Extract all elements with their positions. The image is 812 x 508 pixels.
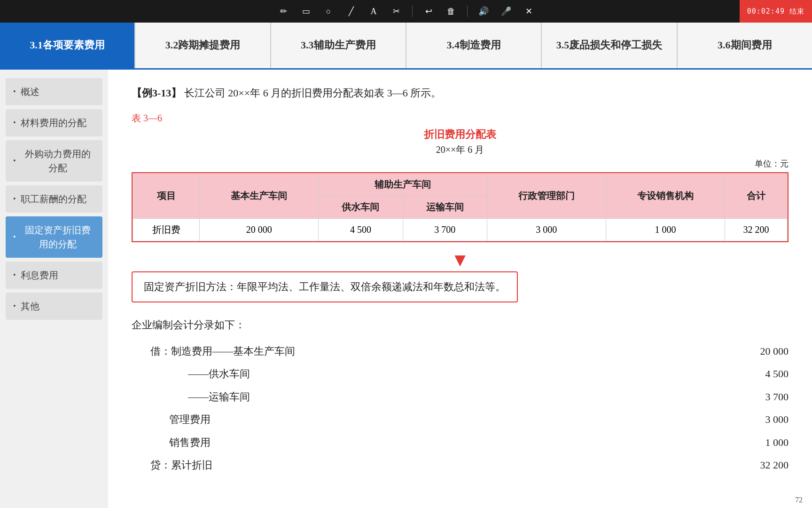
entry-amount-3: 3 700 [765, 386, 789, 408]
table-unit: 单位：元 [132, 158, 789, 169]
col-project: 项目 [133, 173, 200, 218]
entry-label-4: 管理费用 [169, 408, 211, 431]
journal-entry-1: 借：制造费用——基本生产车间 20 000 [132, 340, 789, 363]
cell-admin: 3 000 [487, 218, 606, 241]
cell-water: 4 500 [319, 218, 403, 241]
col-auxiliary: 辅助生产车间 [319, 173, 487, 196]
arrow-down-icon: ▼ [132, 251, 789, 270]
tab-33[interactable]: 3.3辅助生产费用 [271, 23, 406, 68]
bullet-icon: • [13, 86, 16, 97]
journal-section: 企业编制会计分录如下： 借：制造费用——基本生产车间 20 000 ——供水车间… [132, 314, 789, 477]
timer-text: 00:02:49 结束 [747, 7, 804, 16]
journal-entry-2: ——供水车间 4 500 [132, 363, 789, 385]
tab-35-label: 3.5废品损失和停工损失 [556, 38, 663, 53]
tab-36[interactable]: 3.6期间费用 [678, 23, 812, 68]
sidebar: • 概述 • 材料费用的分配 • 外购动力费用的分配 • 职工薪酬的分配 • 固… [0, 70, 108, 508]
toolbar: ✏ ▭ ○ ╱ A ✂ ↩ 🗑 🔊 🎤 ✕ 00:02:49 结束 [0, 0, 812, 23]
nav-tabs: 3.1各项要素费用 3.2跨期摊提费用 3.3辅助生产费用 3.4制造费用 3.… [0, 23, 812, 70]
bullet-icon4: • [13, 193, 16, 205]
journal-entry-5: 销售费用 1 000 [132, 431, 789, 454]
cell-total: 32 200 [725, 218, 787, 241]
undo-icon[interactable]: ↩ [422, 6, 435, 16]
delete-icon[interactable]: 🗑 [445, 7, 458, 16]
table-row: 折旧费 20 000 4 500 3 700 3 000 1 000 32 20… [133, 218, 788, 241]
entry-label-3: ——运输车间 [188, 386, 250, 408]
divider2 [467, 6, 468, 17]
col-water: 供水车间 [319, 196, 403, 218]
tab-31[interactable]: 3.1各项要素费用 [0, 23, 135, 68]
close-icon[interactable]: ✕ [522, 6, 535, 16]
divider1 [412, 6, 413, 17]
example-label: 【例3-13】 [132, 87, 181, 99]
sidebar-item-depreciation[interactable]: • 固定资产折旧费用的分配 [6, 216, 102, 258]
bullet-icon3: • [13, 155, 16, 167]
sidebar-item-material[interactable]: • 材料费用的分配 [6, 109, 102, 136]
bullet-icon2: • [13, 117, 16, 128]
entry-label-2: ——供水车间 [188, 363, 250, 385]
sidebar-label-material: 材料费用的分配 [21, 116, 86, 130]
main-content: 【例3-13】 长江公司 20××年 6 月的折旧费用分配表如表 3—6 所示。… [108, 70, 812, 508]
depreciation-table: 项目 基本生产车间 辅助生产车间 行政管理部门 专设销售机构 合计 供水车间 运… [133, 173, 788, 241]
cell-transport: 3 700 [403, 218, 487, 241]
sidebar-item-interest[interactable]: • 利息费用 [6, 262, 102, 289]
col-basic: 基本生产车间 [200, 173, 319, 218]
journal-intro: 企业编制会计分录如下： [132, 314, 789, 336]
sidebar-label-power: 外购动力费用的分配 [21, 147, 95, 175]
tab-33-label: 3.3辅助生产费用 [301, 38, 376, 53]
tab-32[interactable]: 3.2跨期摊提费用 [135, 23, 271, 68]
mic-icon[interactable]: 🎤 [500, 6, 513, 16]
table-header-row1: 项目 基本生产车间 辅助生产车间 行政管理部门 专设销售机构 合计 [133, 173, 788, 196]
info-box-text: 固定资产折旧方法：年限平均法、工作量法、双倍余额递减法和年数总和法等。 [144, 281, 506, 293]
sidebar-item-overview[interactable]: • 概述 [6, 78, 102, 105]
sidebar-item-other[interactable]: • 其他 [6, 293, 102, 320]
cell-project: 折旧费 [133, 218, 200, 241]
text-icon[interactable]: A [367, 7, 380, 16]
cell-sales: 1 000 [606, 218, 725, 241]
col-sales: 专设销售机构 [606, 173, 725, 218]
tab-31-label: 3.1各项要素费用 [30, 38, 105, 53]
bullet-icon6: • [13, 270, 16, 281]
sidebar-label-other: 其他 [21, 299, 39, 313]
sidebar-item-power[interactable]: • 外购动力费用的分配 [6, 140, 102, 182]
example-header: 【例3-13】 长江公司 20××年 6 月的折旧费用分配表如表 3—6 所示。 [132, 84, 789, 103]
sidebar-label-interest: 利息费用 [21, 268, 58, 282]
col-transport: 运输车间 [403, 196, 487, 218]
example-text: 长江公司 20××年 6 月的折旧费用分配表如表 3—6 所示。 [184, 87, 441, 99]
entry-amount-4: 3 000 [765, 408, 789, 431]
journal-entry-6: 贷：累计折旧 32 200 [132, 454, 789, 476]
entry-label-6: 贷：累计折旧 [150, 454, 212, 476]
info-box: 固定资产折旧方法：年限平均法、工作量法、双倍余额递减法和年数总和法等。 [132, 271, 518, 302]
pencil-icon[interactable]: ✏ [277, 6, 290, 16]
tab-36-label: 3.6期间费用 [718, 38, 772, 53]
tab-35[interactable]: 3.5废品损失和停工损失 [542, 23, 677, 68]
entry-amount-5: 1 000 [765, 431, 789, 454]
tab-34[interactable]: 3.4制造费用 [406, 23, 542, 68]
table-subtitle: 20××年 6 月 [132, 143, 789, 156]
col-admin: 行政管理部门 [487, 173, 606, 218]
entry-amount-6: 32 200 [760, 454, 789, 476]
cell-basic: 20 000 [200, 218, 319, 241]
col-total: 合计 [725, 173, 787, 218]
rect-icon[interactable]: ▭ [299, 6, 312, 16]
sidebar-label-depreciation: 固定资产折旧费用的分配 [21, 223, 95, 251]
line-icon[interactable]: ╱ [344, 6, 358, 16]
sidebar-item-salary[interactable]: • 职工薪酬的分配 [6, 185, 102, 213]
journal-entry-4: 管理费用 3 000 [132, 408, 789, 431]
tab-34-label: 3.4制造费用 [446, 38, 501, 53]
sidebar-label-salary: 职工薪酬的分配 [21, 192, 86, 206]
journal-entry-3: ——运输车间 3 700 [132, 386, 789, 408]
tab-32-label: 3.2跨期摊提费用 [165, 38, 241, 53]
volume-icon[interactable]: 🔊 [477, 6, 490, 16]
table-label: 表 3—6 [132, 112, 789, 125]
entry-amount-2: 4 500 [765, 363, 789, 385]
page-number: 72 [795, 496, 803, 504]
bullet-icon7: • [13, 301, 16, 312]
scissors-icon[interactable]: ✂ [390, 6, 403, 16]
bullet-icon5: • [13, 231, 16, 243]
sidebar-label-overview: 概述 [21, 85, 39, 99]
circle-icon[interactable]: ○ [322, 7, 335, 16]
entry-label-5: 销售费用 [169, 431, 211, 454]
table-title: 折旧费用分配表 [132, 127, 789, 142]
entry-label-1: 借：制造费用——基本生产车间 [150, 340, 295, 363]
timer-badge: 00:02:49 结束 [740, 0, 812, 23]
